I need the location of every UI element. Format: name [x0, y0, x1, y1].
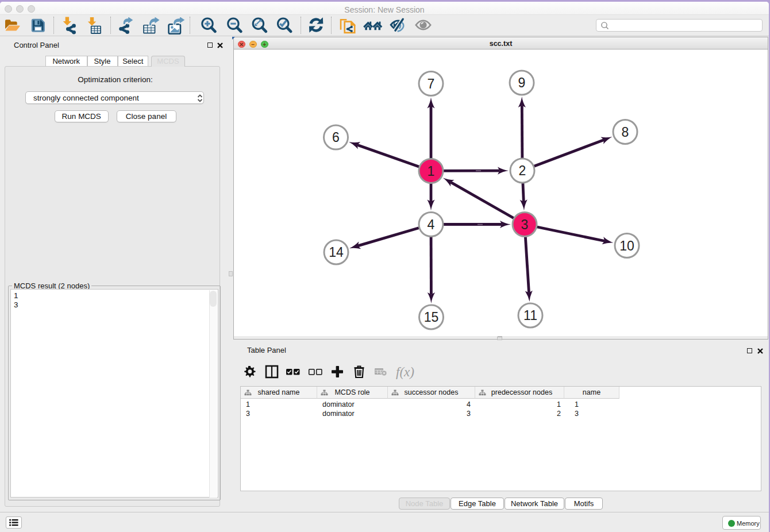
svg-text:11: 11: [523, 308, 537, 323]
svg-text:14: 14: [329, 245, 344, 260]
svg-text:15: 15: [424, 310, 439, 325]
svg-text:10: 10: [619, 238, 634, 253]
svg-text:4: 4: [428, 217, 435, 232]
svg-text:9: 9: [518, 75, 526, 90]
svg-text:6: 6: [332, 130, 340, 145]
svg-text:8: 8: [622, 125, 629, 140]
svg-text:1: 1: [428, 164, 435, 179]
svg-text:2: 2: [519, 163, 526, 178]
svg-text:3: 3: [521, 217, 529, 232]
svg-text:7: 7: [428, 76, 435, 91]
